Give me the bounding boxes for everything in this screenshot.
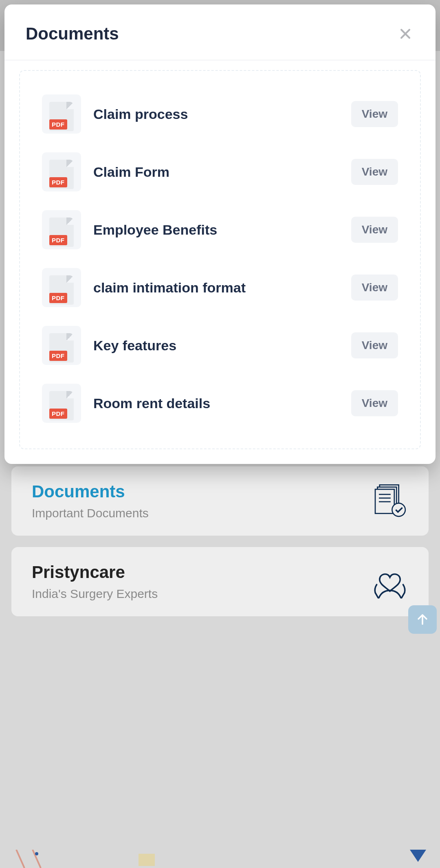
pdf-file-icon: PDF xyxy=(42,268,81,307)
close-button[interactable] xyxy=(396,25,414,43)
view-button[interactable]: View xyxy=(351,159,398,185)
document-row: PDFClaim FormView xyxy=(42,152,398,191)
documents-panel: PDFClaim processViewPDFClaim FormViewPDF… xyxy=(19,70,421,449)
card-pristyncare[interactable]: Pristyncare India's Surgery Experts xyxy=(11,547,429,616)
close-icon xyxy=(398,27,412,41)
view-button[interactable]: View xyxy=(351,275,398,301)
view-button[interactable]: View xyxy=(351,390,398,416)
pdf-badge: PDF xyxy=(49,293,67,303)
modal-header: Documents xyxy=(4,4,436,60)
decoration-middle xyxy=(134,850,159,868)
pdf-badge: PDF xyxy=(49,119,67,130)
pdf-file-icon: PDF xyxy=(42,94,81,134)
card-subtitle: India's Surgery Experts xyxy=(32,587,158,601)
documents-check-icon xyxy=(372,483,408,519)
document-title: Key features xyxy=(93,337,339,354)
pdf-badge: PDF xyxy=(49,409,67,419)
svg-rect-8 xyxy=(139,854,155,866)
card-documents[interactable]: Documents Important Documents xyxy=(11,466,429,536)
card-text: Pristyncare India's Surgery Experts xyxy=(32,563,158,601)
decoration-left xyxy=(12,850,45,868)
document-title: Room rent details xyxy=(93,395,339,412)
view-button[interactable]: View xyxy=(351,332,398,358)
pdf-file-icon: PDF xyxy=(42,210,81,249)
pdf-file-icon: PDF xyxy=(42,326,81,365)
decoration-right xyxy=(406,850,430,868)
background-card-list: Documents Important Documents Pristyncar… xyxy=(11,466,429,616)
modal-title: Documents xyxy=(26,24,119,44)
card-title: Pristyncare xyxy=(32,563,158,582)
document-row: PDFKey featuresView xyxy=(42,326,398,365)
pdf-badge: PDF xyxy=(49,177,67,187)
document-row: PDFEmployee BenefitsView xyxy=(42,210,398,249)
hands-heart-icon xyxy=(372,563,408,600)
pdf-badge: PDF xyxy=(49,351,67,361)
document-row: PDFClaim processView xyxy=(42,94,398,134)
arrow-up-icon xyxy=(416,613,429,626)
card-subtitle: Important Documents xyxy=(32,506,149,520)
document-row: PDFclaim intimation formatView xyxy=(42,268,398,307)
view-button[interactable]: View xyxy=(351,101,398,127)
card-title: Documents xyxy=(32,482,149,501)
document-title: claim intimation format xyxy=(93,279,339,297)
card-text: Documents Important Documents xyxy=(32,482,149,520)
documents-list: PDFClaim processViewPDFClaim FormViewPDF… xyxy=(31,82,409,437)
view-button[interactable]: View xyxy=(351,217,398,243)
scroll-to-top-button[interactable] xyxy=(408,605,437,634)
document-title: Claim Form xyxy=(93,163,339,181)
document-title: Claim process xyxy=(93,105,339,123)
pdf-file-icon: PDF xyxy=(42,152,81,191)
documents-modal: Documents PDFClaim processViewPDFClaim F… xyxy=(4,4,436,464)
svg-point-6 xyxy=(392,503,405,516)
pdf-file-icon: PDF xyxy=(42,384,81,423)
modal-body: PDFClaim processViewPDFClaim FormViewPDF… xyxy=(4,60,436,464)
svg-point-7 xyxy=(35,852,38,855)
document-row: PDFRoom rent detailsView xyxy=(42,384,398,423)
pdf-badge: PDF xyxy=(49,235,67,245)
document-title: Employee Benefits xyxy=(93,221,339,239)
